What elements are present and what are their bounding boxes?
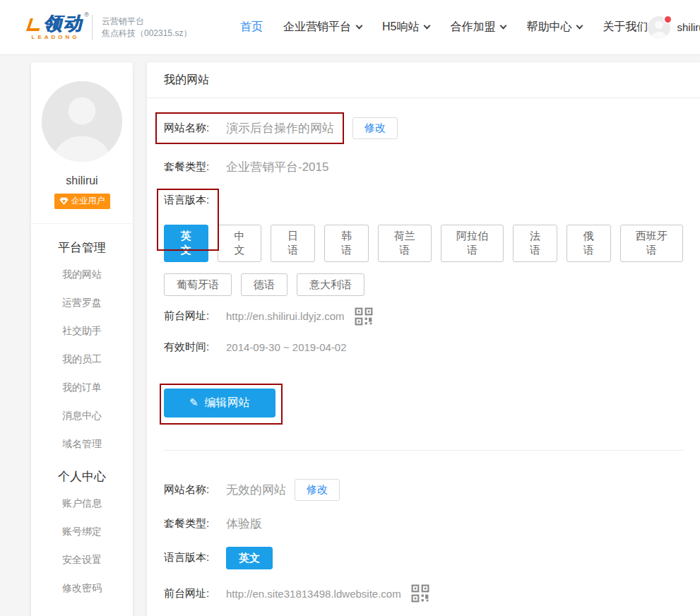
avatar [42,81,122,162]
language-row: 语言版本: 英文 [164,547,683,569]
nav-enterprise-marketing-label: 企业营销平台 [283,20,351,35]
notification-dot [663,15,672,24]
card-body: 网站名称: 演示后台操作的网站 修改 套餐类型: 企业营销平台-2015 语言版… [147,98,700,616]
site-name-label: 网站名称: [164,483,226,497]
language-rows: 英文 中文 日语 韩语 荷兰语 阿拉伯语 法语 俄语 西班牙语 葡萄牙语 [164,225,683,296]
site-url: http://en.site31813498.ldwebsite.com [226,588,401,600]
content-card: 我的网站 网站名称: 演示后台操作的网站 修改 套餐类型: 企业营销平台-201… [147,62,700,616]
profile-card: shilirui 企业用户 [31,62,133,209]
annotation-box-site-name: 网站名称: 演示后台操作的网站 [155,112,344,144]
lang-button-english-active[interactable]: 英文 [226,547,273,569]
package-row: 套餐类型: 体验版 [164,516,683,532]
section-platform-management: 平台管理 [31,230,133,261]
nav-about-us[interactable]: 关于我们 [603,20,648,35]
site-block-1: 网站名称: 演示后台操作的网站 修改 套餐类型: 企业营销平台-2015 语言版… [164,112,683,417]
package-row: 套餐类型: 企业营销平台-2015 [164,159,683,175]
avatar[interactable] [648,16,670,39]
nav-home[interactable]: 首页 [240,20,263,35]
logo[interactable]: 领动 ® LEADONG 云营销平台 焦点科技（002315.sz） [28,14,206,40]
language-row-1: 英文 中文 日语 韩语 荷兰语 阿拉伯语 法语 俄语 西班牙语 [164,225,683,262]
valid-time-label: 有效时间: [164,340,226,354]
language-area: 语言版本: 英文 中文 日语 韩语 荷兰语 阿拉伯语 法语 俄语 西班牙语 [164,194,683,296]
nav-home-label: 首页 [240,20,263,35]
edit-website-button[interactable]: ✎ 编辑网站 [164,389,275,417]
lang-button-russian[interactable]: 俄语 [566,225,611,262]
username: shilirui [677,21,700,33]
sidebar-item-account-binding[interactable]: 账号绑定 [31,518,133,546]
package-value: 体验版 [226,516,262,532]
nav-about-us-label: 关于我们 [603,20,648,35]
lang-button-arabic[interactable]: 阿拉伯语 [441,225,504,262]
lang-button-japanese[interactable]: 日语 [271,225,315,262]
nav-cooperation[interactable]: 合作加盟 [450,20,506,35]
chevron-down-icon [500,23,507,30]
lang-button-italian[interactable]: 意大利语 [297,273,364,296]
url-row: 前台网址: http://en.site31813498.ldwebsite.c… [164,584,683,603]
sidebar-item-my-staff[interactable]: 我的员工 [31,345,133,374]
nav-h5-site[interactable]: H5响站 [382,20,429,35]
qr-code-icon[interactable] [355,307,373,326]
badge-label: 企业用户 [71,195,105,207]
package-value: 企业营销平台-2015 [226,159,328,175]
user-menu[interactable]: shilirui ▼ [648,16,700,39]
logo-divider [92,15,93,40]
language-label: 语言版本: [164,551,226,564]
logo-tagline-company: 焦点科技（002315.sz） [102,28,191,40]
registered-mark: ® [84,11,89,18]
site-name-value: 演示后台操作的网站 [226,120,334,136]
sidebar-item-my-orders[interactable]: 我的订单 [31,374,133,402]
sidebar-item-change-password[interactable]: 修改密码 [31,574,133,603]
logo-tagline-platform: 云营销平台 [102,16,191,28]
site-name-label: 网站名称: [164,122,226,135]
package-label: 套餐类型: [164,517,226,531]
leadong-logo-mark: 领动 ® LEADONG [28,14,83,40]
lang-button-german[interactable]: 德语 [241,273,287,296]
nav-enterprise-marketing[interactable]: 企业营销平台 [283,20,362,35]
lang-button-portuguese[interactable]: 葡萄牙语 [164,273,232,296]
modify-button[interactable]: 修改 [295,479,340,501]
logo-taglines: 云营销平台 焦点科技（002315.sz） [102,16,191,40]
diamond-icon [59,196,69,206]
chevron-down-icon [424,23,431,30]
sidebar-item-my-website[interactable]: 我的网站 [31,261,133,289]
chevron-down-icon [356,23,363,30]
user-type-badge: 企业用户 [54,194,110,209]
sidebar-item-domain-management[interactable]: 域名管理 [31,430,133,458]
sidebar: shilirui 企业用户 平台管理 我的网站 运营罗盘 社交助手 我的员工 我… [31,62,133,616]
edit-website-label: 编辑网站 [205,396,250,410]
nav-cooperation-label: 合作加盟 [450,20,495,35]
lang-button-french[interactable]: 法语 [513,225,557,262]
profile-username: shilirui [31,174,133,187]
package-label: 套餐类型: [164,160,226,174]
url-label: 前台网址: [164,587,226,600]
sidebar-item-social-assistant[interactable]: 社交助手 [31,317,133,345]
url-label: 前台网址: [164,309,226,323]
site-name-row: 网站名称: 无效的网站 修改 [164,479,683,501]
lang-button-korean[interactable]: 韩语 [324,225,369,262]
user-icon [42,81,122,162]
sidebar-item-operation-compass[interactable]: 运营罗盘 [31,289,133,317]
section-personal-center: 个人中心 [31,458,133,490]
valid-time-row: 有效时间: 2014-09-30 ~ 2019-04-02 [164,340,683,354]
modify-button[interactable]: 修改 [352,117,398,139]
nav-help-center-label: 帮助中心 [526,20,571,35]
lang-button-english-active[interactable]: 英文 [164,225,208,262]
page-layout: shilirui 企业用户 平台管理 我的网站 运营罗盘 社交助手 我的员工 我… [0,55,700,616]
url-row: 前台网址: http://en.shilirui.ldyjz.com [164,307,683,326]
nav-help-center[interactable]: 帮助中心 [526,20,582,35]
chevron-down-icon [576,23,583,30]
lang-button-spanish[interactable]: 西班牙语 [620,225,683,262]
main-nav: 首页 企业营销平台 H5响站 合作加盟 帮助中心 关于我们 [240,20,648,35]
edit-button-wrap: ✎ 编辑网站 [164,389,275,417]
nav-h5-site-label: H5响站 [382,20,419,35]
language-row-2: 葡萄牙语 德语 意大利语 [164,273,683,296]
sidebar-item-security-settings[interactable]: 安全设置 [31,546,133,574]
sidebar-item-message-center[interactable]: 消息中心 [31,402,133,430]
pencil-icon: ✎ [189,396,198,409]
site-url: http://en.shilirui.ldyjz.com [226,310,345,322]
qr-code-icon[interactable] [411,584,429,603]
top-header: 领动 ® LEADONG 云营销平台 焦点科技（002315.sz） 首页 企业… [0,0,700,55]
lang-button-dutch[interactable]: 荷兰语 [378,225,432,262]
sidebar-item-account-info[interactable]: 账户信息 [31,490,133,518]
lang-button-chinese[interactable]: 中文 [218,225,262,262]
